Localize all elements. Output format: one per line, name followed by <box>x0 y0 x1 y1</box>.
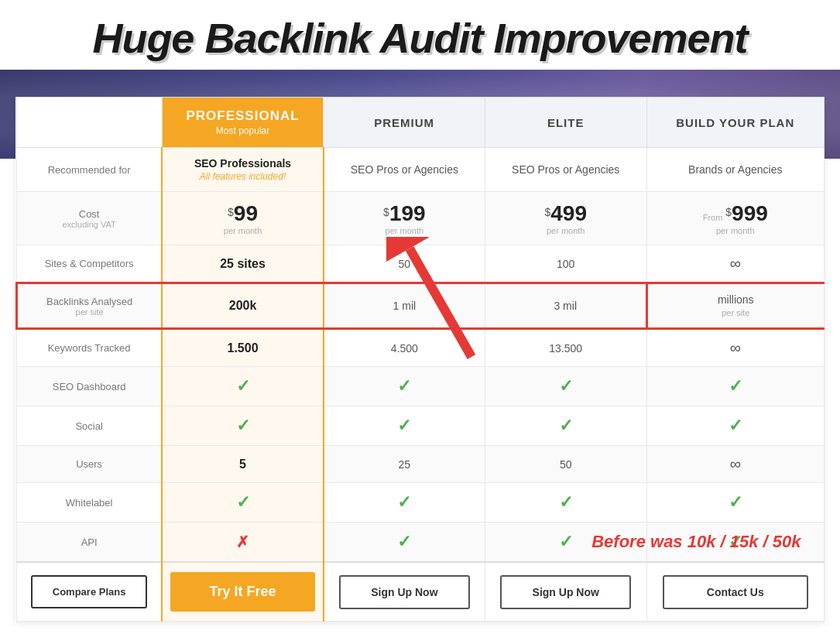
users-professional: 5 <box>162 446 324 483</box>
page-footer: Customer Growth + Feedback Analysis = Be… <box>0 622 840 634</box>
api-premium: ✓ <box>324 523 485 563</box>
social-premium: ✓ <box>324 406 485 446</box>
keywords-professional: 1.500 <box>162 329 324 367</box>
cost-premium: $199 per month <box>324 192 485 245</box>
seo-dashboard-label: SEO Dashboard <box>17 367 163 406</box>
whitelabel-elite: ✓ <box>485 483 646 523</box>
cost-professional: $99 per month <box>162 192 324 245</box>
row-sites: Sites & Competitors 25 sites 50 100 ∞ <box>17 245 825 283</box>
backlinks-build: millions per site <box>646 283 824 329</box>
backlinks-label: Backlinks Analysed per site <box>17 283 163 329</box>
cta-feature-cell: Compare Plans <box>17 562 163 622</box>
cta-elite-cell: Sign Up Now <box>485 562 646 622</box>
api-professional: ✗ <box>162 523 324 563</box>
seo-dashboard-build: ✓ <box>646 367 824 406</box>
row-seo-dashboard: SEO Dashboard ✓ ✓ ✓ ✓ <box>17 367 825 406</box>
seo-dashboard-premium: ✓ <box>324 367 485 406</box>
cost-label: Cost excluding VAT <box>17 192 163 245</box>
col-header-elite: ELITE <box>485 98 646 148</box>
col-header-feature <box>17 98 163 148</box>
try-free-button[interactable]: Try It Free <box>170 572 315 612</box>
recommended-professional: SEO Professionals All features included! <box>162 148 324 192</box>
keywords-elite: 13.500 <box>485 329 646 367</box>
page-header: Huge Backlink Audit Improvement <box>0 0 840 70</box>
professional-subtitle: Most popular <box>170 125 316 136</box>
row-cta: Compare Plans Try It Free Sign Up Now Si… <box>17 562 825 622</box>
api-elite: ✓ Before was 10k / 15k / 50k <box>485 523 646 563</box>
cta-premium-cell: Sign Up Now <box>324 562 485 622</box>
recommended-label: Recommended for <box>17 148 163 192</box>
cta-build-cell: Contact Us <box>646 562 824 622</box>
recommended-elite: SEO Pros or Agencies <box>485 148 646 192</box>
pricing-table-wrapper: PROFESSIONAL Most popular PREMIUM ELITE … <box>0 97 840 622</box>
social-label: Social <box>17 406 163 446</box>
sites-premium: 50 <box>324 245 485 283</box>
cost-elite: $499 per month <box>485 192 646 245</box>
seo-dashboard-elite: ✓ <box>485 367 646 406</box>
row-users: Users 5 25 50 ∞ <box>17 446 825 483</box>
contact-us-button[interactable]: Contact Us <box>663 575 808 609</box>
seo-dashboard-professional: ✓ <box>162 367 324 406</box>
users-elite: 50 <box>485 446 646 483</box>
whitelabel-professional: ✓ <box>162 483 324 523</box>
row-api: API ✗ ✓ ✓ Before was 10k / 15k / 50k ✓ <box>17 523 825 563</box>
backlinks-elite: 3 mil <box>485 283 646 329</box>
recommended-build: Brands or Agencies <box>646 148 824 192</box>
keywords-premium: 4.500 <box>324 329 485 367</box>
signup-premium-button[interactable]: Sign Up Now <box>339 575 469 609</box>
pro-all-features-text: All features included! <box>170 171 315 182</box>
sites-label: Sites & Competitors <box>17 245 163 283</box>
social-elite: ✓ <box>485 406 646 446</box>
page-title: Huge Backlink Audit Improvement <box>8 14 832 62</box>
professional-plan-name: PROFESSIONAL <box>170 108 316 124</box>
whitelabel-premium: ✓ <box>324 483 485 523</box>
before-was-annotation: Before was 10k / 15k / 50k <box>591 532 801 552</box>
sites-elite: 100 <box>485 245 646 283</box>
users-premium: 25 <box>324 446 485 483</box>
sites-professional: 25 sites <box>162 245 324 283</box>
whitelabel-label: Whitelabel <box>17 483 163 523</box>
social-build: ✓ <box>646 406 824 446</box>
row-social: Social ✓ ✓ ✓ ✓ <box>17 406 825 446</box>
col-header-build: BUILD YOUR PLAN <box>646 98 824 148</box>
sites-build: ∞ <box>646 245 824 283</box>
col-header-professional: PROFESSIONAL Most popular <box>162 98 324 148</box>
cost-build: From $999 per month <box>646 192 824 245</box>
signup-elite-button[interactable]: Sign Up Now <box>500 575 631 609</box>
keywords-label: Keywords Tracked <box>17 329 163 367</box>
users-build: ∞ <box>646 446 824 483</box>
recommended-premium: SEO Pros or Agencies <box>324 148 485 192</box>
backlinks-professional: 200k <box>162 283 324 329</box>
cta-professional-cell: Try It Free <box>162 562 324 622</box>
keywords-build: ∞ <box>646 329 824 367</box>
backlinks-premium: 1 mil <box>324 283 485 329</box>
pro-recommended-text: SEO Professionals <box>170 157 315 170</box>
social-professional: ✓ <box>162 406 324 446</box>
pricing-table: PROFESSIONAL Most popular PREMIUM ELITE … <box>15 97 825 622</box>
col-header-premium: PREMIUM <box>324 98 485 148</box>
row-keywords: Keywords Tracked 1.500 4.500 13.500 <box>17 329 825 367</box>
whitelabel-build: ✓ <box>646 483 824 523</box>
row-recommended: Recommended for SEO Professionals All fe… <box>17 148 825 192</box>
row-whitelabel: Whitelabel ✓ ✓ ✓ ✓ <box>17 483 825 523</box>
api-label: API <box>17 523 163 563</box>
row-cost: Cost excluding VAT $99 per month $199 pe… <box>17 192 825 245</box>
users-label: Users <box>17 446 163 483</box>
row-backlinks: Backlinks Analysed per site 200k 1 mil 3… <box>17 283 825 329</box>
compare-plans-button[interactable]: Compare Plans <box>31 575 147 608</box>
table-header-row: PROFESSIONAL Most popular PREMIUM ELITE … <box>17 98 825 148</box>
